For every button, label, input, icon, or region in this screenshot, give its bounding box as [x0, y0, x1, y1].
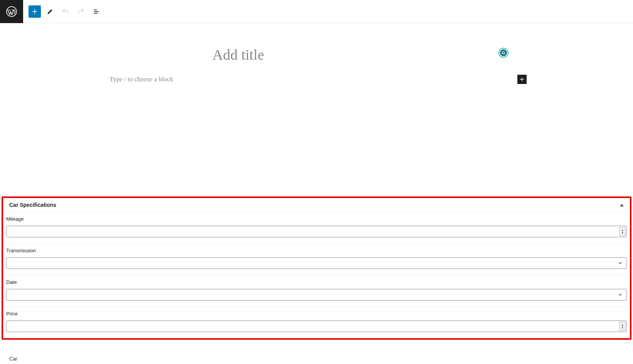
redo-button[interactable]	[75, 5, 87, 18]
date-select[interactable]	[6, 289, 627, 300]
editor-top-toolbar	[0, 0, 633, 23]
wordpress-logo[interactable]	[0, 0, 23, 23]
price-label: Price	[6, 311, 627, 317]
transmission-label: Transmission	[6, 248, 627, 253]
metabox-title: Car Specifications	[9, 202, 56, 208]
grammarly-badge[interactable]: G	[498, 48, 508, 58]
outline-icon	[93, 8, 100, 15]
field-transmission: Transmission	[3, 244, 630, 275]
metabox-header[interactable]: Car Specifications	[3, 198, 630, 212]
price-input[interactable]	[6, 320, 627, 332]
mileage-label: Mileage	[6, 216, 627, 222]
redo-icon	[77, 8, 85, 15]
collapse-icon	[620, 204, 624, 206]
field-price: Price ▲▼	[3, 307, 630, 338]
number-spinner-icon[interactable]: ▲▼	[619, 227, 626, 236]
wordpress-icon	[6, 6, 17, 17]
car-specifications-metabox: Car Specifications Mileage ▲▼ Transmissi…	[2, 196, 631, 340]
pencil-icon	[46, 8, 54, 15]
undo-icon	[62, 8, 69, 15]
post-title-area: Add title G	[155, 46, 478, 63]
date-label: Date	[6, 279, 627, 285]
document-outline-button[interactable]	[90, 5, 103, 18]
add-block-button[interactable]	[29, 5, 41, 18]
post-title-input[interactable]: Add title	[155, 46, 478, 63]
toolbar-main-group	[23, 5, 103, 18]
field-date: Date	[3, 275, 630, 307]
empty-block-row: Type / to choose a block	[106, 75, 527, 84]
number-spinner-icon[interactable]: ▲▼	[619, 322, 626, 331]
grammarly-icon: G	[500, 49, 507, 56]
tools-button[interactable]	[44, 5, 56, 18]
mileage-input[interactable]	[6, 226, 627, 237]
plus-icon	[519, 76, 525, 82]
footer-post-type-label: Car	[9, 356, 17, 362]
editor-canvas: Add title G Type / to choose a block	[0, 23, 633, 84]
block-placeholder-text[interactable]: Type / to choose a block	[106, 75, 173, 83]
plus-icon	[31, 8, 39, 15]
field-mileage: Mileage ▲▼	[3, 212, 630, 244]
undo-button[interactable]	[59, 5, 72, 18]
transmission-select[interactable]	[6, 257, 627, 269]
inline-add-block-button[interactable]	[517, 75, 527, 84]
